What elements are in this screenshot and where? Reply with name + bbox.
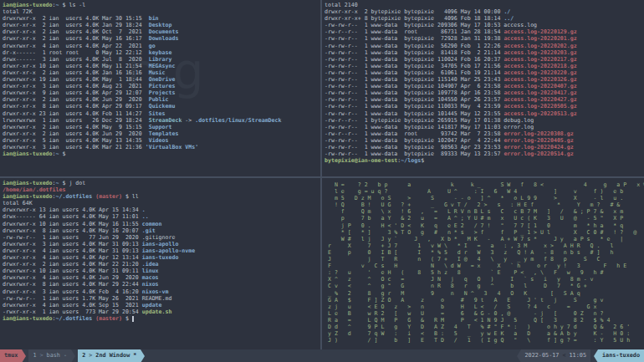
terminal-line: drwxr-xr-x 3 ian users 4.0K Aug 23 2021 …	[3, 83, 323, 89]
terminal-text-segment: -rw-rw-r-- 1 www-data bytepixie 81418 Fe…	[325, 49, 503, 56]
terminal-text-segment: f Q m \ x ! 6 , = L R V n B L s C c B 7 …	[325, 208, 623, 215]
terminal-text-segment: go	[149, 43, 156, 49]
terminal-text-segment: linux	[142, 268, 159, 274]
tmux-screen: ing ian@ians-tuxedo:~ $ ls -ltotal 72Kdr…	[0, 0, 644, 362]
terminal-text-segment: bytepixie@ian-ome-test	[325, 157, 397, 164]
terminal-text-segment: -rw-rw-r-- 1 www-data bytepixie 110033 M…	[325, 103, 503, 110]
terminal-line: drwxrwxr-x 19 ian users 4.0K May 1 18:44…	[3, 76, 323, 83]
terminal-text-segment: -rw-rw-r-- 1 www-data bytepixie 56290 Fe…	[325, 43, 503, 49]
terminal-text-segment: macos	[142, 274, 159, 281]
terminal-text-segment: D d ^ 9 P L g Y D A Z 4 T % # " F * : ) …	[325, 324, 630, 330]
terminal-text-segment: drwxr-xr-x 23 ian users 4.0K Feb 11 14:2…	[3, 110, 149, 117]
terminal-line: C v < ^ g " G n R 8 r g ^ b l D 7 * G +	[325, 283, 644, 289]
terminal-line: -rw-rw-r-- 1 www-data bytepixie 98563 Ap…	[325, 144, 644, 150]
terminal-line: j P 0 . H < ' D < K q e E 2 / 7 ! " 7 7 …	[325, 222, 644, 229]
terminal-text-segment: -rw-rw-r-- 1 ian users 1.7K May 26 2021 …	[3, 295, 171, 302]
terminal-text-segment: -rw-rw-r-- 1 www-data bytepixie 110024 F…	[325, 56, 503, 63]
terminal-text-segment: -rw-rw-r-- 1 www-data bytepixie 141817 M…	[325, 124, 534, 130]
terminal-text-segment: drwxr-xr-x 2 bytepixie bytepixie 4096 Ma…	[325, 8, 503, 15]
terminal-text-segment: -rw-rw-r-- 1 www-data bytepixie 109778 A…	[325, 89, 503, 96]
terminal-text-segment: (master)	[95, 193, 122, 200]
terminal-pane-top-right[interactable]: total 2140drwxr-xr-x 2 bytepixie bytepix…	[322, 0, 644, 178]
terminal-text-segment: drwxr-xr-x 2 ian users 4.0K Jun 29 2020	[3, 96, 149, 103]
terminal-line: drwxrwxr-x 8 ian users 4.0K May 16 20:07…	[3, 227, 323, 234]
tmux-window-2[interactable]: 2>2nd Window *	[78, 349, 141, 362]
terminal-text-segment: z j u < E O z > n b H L < / S ? 4 c = G …	[325, 303, 597, 310]
terminal-text-segment: ./	[503, 8, 510, 15]
terminal-pane-bottom-left[interactable]: ian@ians-tuxedo:~ $ j dot/home/ian/.dotf…	[0, 178, 323, 351]
window-name: 2nd Window *	[95, 349, 136, 362]
terminal-text-segment: dr-x------ 1 root root 0 May 12 22:12	[3, 49, 149, 56]
terminal-pane-bottom-right[interactable]: N = ? 2 b p a k k _ S W f 8 < 4 g a P x …	[322, 178, 644, 353]
terminal-text-segment: OneDrive	[149, 76, 176, 83]
powerline-arrow-icon	[141, 349, 145, 362]
terminal-text-segment: $ ls -l	[59, 2, 86, 8]
terminal-text-segment: W # l j J y ` J , X b * M K - A + W 7 s …	[325, 236, 623, 242]
terminal-text-segment: -rw-rw-r-- 1 www-data bytepixie 61061 Fe…	[325, 69, 503, 76]
terminal-line: drwxr-xr-x 8 ian users 4.0K Apr 29 09:17…	[3, 103, 323, 110]
terminal-line: bytepixie@ian-ome-test:~/logs$	[325, 157, 644, 164]
terminal-text-segment: $ ll	[122, 193, 139, 200]
terminal-text-segment: -rw-rw-r-- 1 www-data bytepixie 104907 A…	[325, 83, 503, 89]
pane-divider-vertical[interactable]	[320, 0, 322, 349]
terminal-text-segment: -rw-r--r-- 1 bytepixie bytepixie 265915 …	[325, 117, 534, 124]
terminal-text-segment: .idea	[142, 261, 159, 268]
terminal-text-segment: _ % 2 8 g r M 9 n N ^ 3 4 O K [ S A q	[325, 290, 580, 297]
terminal-text-segment: -rw-rw-r-- 1 ian users 77 Jun 29 2020 .g…	[3, 234, 175, 241]
terminal-line: -rw-rw-r-- 1 www-data bytepixie 81418 Fe…	[325, 49, 644, 56]
terminal-line: -rw-r--r-- 1 bytepixie bytepixie 265915 …	[325, 117, 644, 124]
terminal-line: -rw-rw-r-- 1 ian users 77 Jun 29 2020 .g…	[3, 234, 323, 241]
terminal-text-segment: access.log-20220217.gz	[503, 56, 576, 63]
terminal-line: F v C s H N \ d W = x X ` h o r y ! 3 F …	[325, 263, 644, 269]
terminal-text-segment: update.sh	[142, 308, 172, 315]
terminal-pane-top-left[interactable]: ian@ians-tuxedo:~ $ ls -ltotal 72Kdrwxrw…	[0, 0, 323, 178]
terminal-line: -rw-rw-r-- 1 www-data bytepixie 104550 A…	[325, 96, 644, 103]
terminal-text-segment: Library	[149, 56, 172, 63]
terminal-line: drwxr-xr-x 4 ian users 4.0K Mar 31 09:13…	[3, 247, 323, 254]
terminal-text-segment: Documents	[149, 28, 179, 35]
terminal-text-segment: y Z d 7 q W : i < B : 5 _ y w E K a D a …	[325, 330, 630, 337]
pane-divider-horizontal[interactable]	[0, 176, 644, 178]
terminal-text-segment: .git	[142, 227, 156, 234]
terminal-text-segment: E p 0 I B [ I * % 5 d r W 3 z Q ! A - 8 …	[325, 249, 613, 256]
terminal-text-segment: J ) / ] b ] E T D / 1 ( I g Q " \ f ] g …	[325, 337, 630, 344]
terminal-text-segment: drwxrwxr-x 10 ian users 4.0K May 16 11:5…	[3, 221, 142, 227]
terminal-line: drwxrwxr-x 4 ian users 4.0K Sep 15 2021 …	[3, 302, 323, 308]
terminal-text-segment: C v < ^ g " G n R 8 r g ^ b l D 7 * G +	[325, 283, 587, 289]
terminal-text-segment: total 72K	[3, 8, 33, 15]
terminal-text-segment: nixos	[142, 281, 159, 288]
terminal-text-segment: Support	[149, 124, 172, 130]
terminal-text-segment: drwx------ 3 ian users 4.0K Jul 8 2020	[3, 56, 149, 63]
terminal-line: -rw-rw-r-- 1 ian users 1.7K May 26 2021 …	[3, 295, 323, 302]
powerline-arrow-icon	[71, 349, 75, 362]
status-date-time: 2022-05-17 < 11:05	[521, 349, 590, 362]
terminal-line: D d ^ 9 P L g Y D A Z 4 T % # " F * : ) …	[325, 324, 644, 330]
terminal-line: drwxr-xr-x 5 ian users 4.0K May 13 14:35…	[3, 137, 323, 144]
terminal-text-segment: -rw-rw-r-- 1 www-data bytepixie 115140 M…	[325, 76, 503, 83]
terminal-line: drwxr-xr-x 2 ian users 4.0K Jun 29 2020 …	[3, 130, 323, 137]
terminal-text-segment: drwxrwxr-x 8 ian users 4.0K Mar 29 22:44	[3, 281, 142, 288]
terminal-line: -rw-rw-r-- 1 www-data bytepixie 56290 Fe…	[325, 43, 644, 49]
terminal-line: drwxrwxr-x 3 ian users 4.0K Mar 31 09:13…	[3, 241, 323, 247]
terminal-text-segment: -rw-rw-r-- 1 www-data bytepixie 89333 Ma…	[325, 150, 503, 157]
terminal-text-segment: Public	[149, 96, 169, 103]
terminal-line: G A $ F ] Z O A z o # 9 t A E J ' t j S …	[325, 297, 644, 303]
terminal-text-segment: drwxrwxr-x 4 ian users 4.0K Sep 15 2021	[3, 302, 142, 308]
terminal-text-segment: drwxr-xr-x 2 ian users 4.0K Jan 16 16:16	[3, 69, 149, 76]
terminal-line: f Q m \ x ! 6 , = L R V n B L s C c B 7 …	[325, 208, 644, 215]
terminal-line: _ % 2 8 g r M 9 n N ^ 3 4 O K [ S A q	[325, 290, 644, 297]
terminal-text-segment: drwxrwxr-x 8 ian users 4.0K May 16 20:07	[3, 227, 142, 234]
terminal-text-segment: -rw-r--r-- 1 www-data root 93742 Mar 7 2…	[325, 130, 503, 137]
terminal-line: drwxrwxr-x 2 ian users 4.0K May 9 15:15 …	[3, 124, 323, 130]
tmux-window-1[interactable]: 1>bash -	[28, 349, 71, 362]
terminal-text-segment: drwxrwxr-x 2 ian users 4.0K May 9 15:15	[3, 124, 149, 130]
terminal-text-segment: F v C s H N \ d W = x X ` h o r y ! 3 F …	[325, 263, 626, 269]
terminal-text-segment: Projects	[149, 89, 176, 96]
terminal-text-segment: drwxrwxr-x 10 ian users 4.0K Mar 31 09:1…	[3, 268, 142, 274]
terminal-text-segment: drwxr-xr-x 4 ian users 4.0K Apr 12 13:14	[3, 254, 142, 261]
terminal-text-segment: ian@ians-tuxedo	[3, 150, 53, 157]
terminal-text-segment: ~/.dotfiles	[56, 315, 93, 322]
terminal-line: p 7 b a Y & 2 u = A ^ ; Y U # m x U c ( …	[325, 215, 644, 222]
terminal-text-segment: drwxr-xr-x 5 ian users 4.0K May 13 14:35	[3, 137, 149, 144]
terminal-line: drwxr-xr-x+ 8 bytepixie bytepixie 4096 F…	[325, 15, 644, 22]
